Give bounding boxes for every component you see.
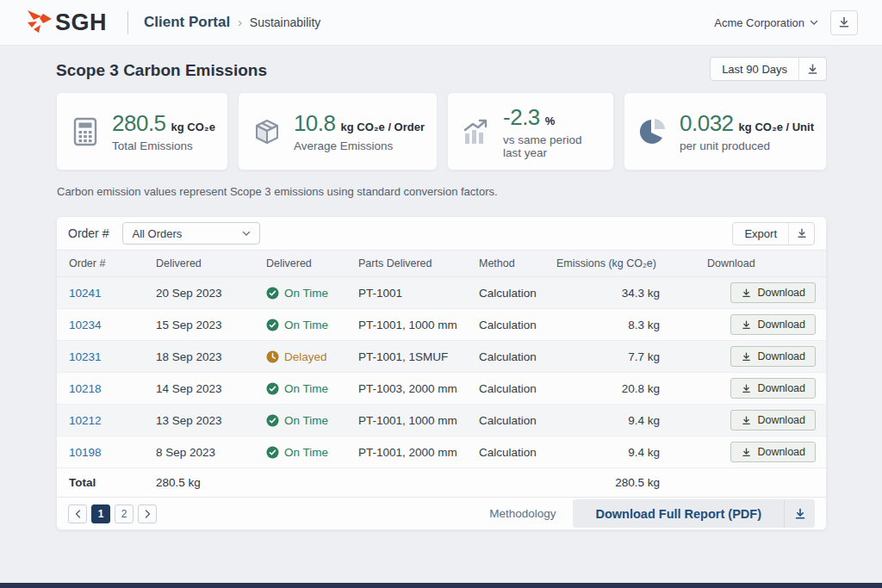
stat-value: 0.032 [680, 110, 734, 137]
column-header: Method [479, 257, 556, 269]
column-header: Parts Delivered [358, 257, 479, 269]
download-icon [741, 383, 752, 394]
order-filter-select[interactable]: All Orders [122, 222, 260, 244]
row-download-label: Download [757, 350, 805, 362]
parts-delivered: PT-1001, 1SMUF [358, 350, 479, 363]
account-selector[interactable]: Acme Corporation [714, 16, 818, 29]
portal-title[interactable]: Client Portal [144, 14, 230, 31]
pagination: 12 [68, 504, 157, 523]
order-number-link[interactable]: 10198 [57, 446, 156, 459]
table-row: 10218 14 Sep 2023 On Time PT-1003, 2000 … [57, 373, 826, 405]
download-full-report-button[interactable]: Download Full Report (PDF) [573, 499, 784, 528]
delivered-date: 20 Sep 2023 [156, 287, 266, 300]
export-button[interactable]: Export [733, 223, 788, 244]
page-title: Scope 3 Carbon Emissions [56, 61, 267, 80]
order-number-link[interactable]: 10234 [57, 319, 156, 331]
parts-delivered: PT-1001, 1000 mm [358, 414, 479, 427]
total-emissions: 280.5 kg [556, 476, 660, 489]
date-range-button[interactable]: Last 90 Days [711, 58, 798, 80]
stat-value: -2.3 [503, 104, 540, 131]
table-row: 10241 20 Sep 2023 On Time PT-1001 Calcul… [57, 277, 826, 309]
header-download-button[interactable] [830, 10, 858, 35]
stat-label: vs same period last year [503, 133, 601, 159]
download-icon [741, 288, 752, 299]
method: Calculation [479, 319, 556, 331]
parts-delivered: PT-1001 [358, 287, 479, 300]
chevron-left-icon [75, 510, 81, 518]
stat-unit: kg CO₂e [171, 121, 215, 133]
emissions-value: 9.4 kg [556, 446, 660, 459]
stat-label: per unit produced [680, 139, 814, 152]
table-total-row: Total 280.5 kg 280.5 kg [57, 468, 826, 498]
table-body: 10241 20 Sep 2023 On Time PT-1001 Calcul… [57, 277, 826, 468]
export-download-button[interactable] [788, 223, 814, 244]
methodology-link[interactable]: Methodology [489, 507, 556, 520]
emissions-value: 7.7 kg [556, 350, 660, 363]
emissions-value: 9.4 kg [556, 414, 660, 427]
pagination-page-button[interactable]: 1 [91, 504, 110, 523]
row-download-button[interactable]: Download [730, 442, 816, 462]
delivery-status-badge: On Time [266, 287, 358, 300]
delivery-status-label: On Time [284, 414, 328, 427]
pagination-next-button[interactable] [138, 504, 157, 523]
order-filter-value: All Orders [132, 227, 182, 240]
delivery-status-badge: On Time [266, 414, 358, 427]
row-download-button[interactable]: Download [730, 378, 816, 399]
column-header: Order # [57, 257, 156, 269]
column-header: Emissions (kg CO₂e) [556, 257, 660, 269]
account-name: Acme Corporation [714, 16, 804, 29]
pagination-page-button[interactable]: 2 [115, 504, 134, 523]
delivery-status-badge: On Time [266, 319, 358, 331]
delivered-date: 15 Sep 2023 [156, 319, 266, 331]
table-row: 10234 15 Sep 2023 On Time PT-1001, 1000 … [57, 309, 826, 341]
date-range-download-button[interactable] [798, 58, 826, 80]
stat-card-per-unit: 0.032 kg CO₂e / Unit per unit produced [624, 92, 827, 170]
stat-label: Total Emissions [112, 139, 215, 152]
method: Calculation [479, 382, 556, 395]
row-download-button[interactable]: Download [730, 410, 816, 430]
stat-value: 280.5 [112, 110, 166, 137]
total-delivered: 280.5 kg [156, 476, 266, 489]
delivery-status-badge: On Time [266, 446, 358, 459]
row-download-label: Download [757, 382, 805, 394]
download-icon [837, 15, 851, 29]
pie-chart-icon [638, 117, 668, 146]
order-number-link[interactable]: 10212 [57, 414, 156, 427]
header-divider [127, 11, 128, 34]
download-icon [741, 351, 752, 362]
row-download-button[interactable]: Download [730, 346, 816, 367]
check-circle-icon [266, 287, 279, 300]
stat-unit: kg CO₂e / Unit [739, 121, 814, 133]
logo-text: SGH [55, 9, 107, 36]
method: Calculation [479, 446, 556, 459]
table-row: 10198 8 Sep 2023 On Time PT-1001, 2000 m… [57, 436, 826, 468]
trend-chart-icon [462, 118, 491, 145]
method: Calculation [479, 414, 556, 427]
stat-card-trend: -2.3 % vs same period last year [447, 92, 614, 170]
order-number-link[interactable]: 10241 [57, 287, 156, 300]
order-number-link[interactable]: 10231 [57, 350, 156, 363]
row-download-button[interactable]: Download [730, 314, 816, 335]
parts-delivered: PT-1001, 1000 mm [358, 319, 479, 331]
delivered-date: 18 Sep 2023 [156, 350, 266, 363]
download-icon [793, 507, 807, 521]
total-label: Total [57, 476, 156, 489]
check-circle-icon [266, 446, 279, 459]
order-number-link[interactable]: 10218 [57, 382, 156, 395]
method: Calculation [479, 287, 556, 300]
breadcrumb-separator: › [238, 15, 242, 29]
table-row: 10231 18 Sep 2023 Delayed PT-1001, 1SMUF… [57, 341, 826, 373]
date-range-control: Last 90 Days [710, 57, 827, 81]
stat-cards: 280.5 kg CO₂e Total Emissions 10.8 kg CO… [56, 92, 827, 170]
sgh-logo[interactable]: SGH [24, 9, 107, 36]
pagination-prev-button[interactable] [68, 504, 87, 523]
stat-label: Average Emissions [294, 139, 425, 152]
conversion-note: Carbon emission values represent Scope 3… [57, 185, 498, 198]
order-filter-label: Order # [68, 226, 109, 240]
check-circle-icon [266, 414, 279, 427]
report-download-icon-button[interactable] [784, 499, 815, 528]
row-download-button[interactable]: Download [730, 282, 816, 303]
delivery-status-label: On Time [284, 382, 328, 395]
stat-card-total-emissions: 280.5 kg CO₂e Total Emissions [56, 92, 228, 170]
report-control: Download Full Report (PDF) [573, 499, 815, 528]
